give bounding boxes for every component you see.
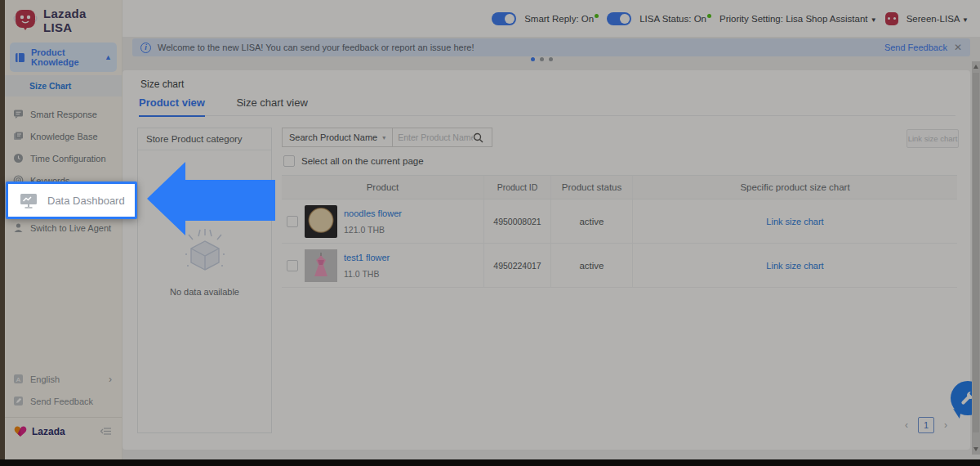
sidebar-item-knowledge-base[interactable]: Knowledge Base [5,125,122,147]
sidebar: Lazada LISA Product Knowledge ▲ Size Cha… [5,0,122,459]
chevron-up-icon: ▲ [105,53,112,61]
pencil-square-icon [13,396,24,406]
sidebar-item-switch-live-agent[interactable]: Switch to Live Agent [5,217,122,239]
status-dot [707,14,711,18]
search-icon[interactable] [473,132,483,143]
footer-item-label: Send Feedback [30,397,93,406]
window-bottom-edge [0,459,980,466]
logo-line2: LISA [43,20,87,34]
sidebar-item-label: Smart Response [30,110,97,119]
sidebar-item-time-configuration[interactable]: Time Configuration [5,147,122,169]
sidebar-item-send-feedback[interactable]: Send Feedback [5,390,122,412]
account-menu[interactable]: Sereen-LISA ▼ [906,14,969,24]
empty-state: No data available [138,226,271,297]
tab-product-view[interactable]: Product view [139,96,205,117]
status-dot [595,14,599,18]
product-id: 4950224017 [484,244,551,287]
app-logo: Lazada LISA [5,0,122,39]
pagination: ‹ 1 › [905,417,947,433]
table-row: test1 flower 11.0 THB 4950224017 active … [282,244,957,288]
link-size-chart-link[interactable]: Link size chart [766,217,823,226]
lisa-status-toggle[interactable] [607,12,631,25]
chevron-right-icon: › [109,374,112,385]
tab-bar: Product view Size chart view [139,95,956,116]
select-all-row: Select all on the current page [283,155,424,167]
lisa-robot-icon [13,7,38,33]
product-name-link[interactable]: noodles flower [344,208,402,218]
product-image [305,205,337,238]
select-all-label: Select all on the current page [301,156,424,166]
product-id: 4950008021 [484,199,551,243]
sidebar-item-label: Knowledge Base [30,132,98,141]
banner-carousel-dots[interactable] [531,57,553,61]
store-product-category-panel: Store Product category No data available [137,128,272,433]
product-image [305,249,337,282]
collapse-sidebar-icon[interactable] [100,427,112,436]
page-title: Size chart [140,78,184,90]
book-icon [15,52,25,63]
table-header-row: Product Product ID Product status Specif… [282,175,957,199]
lazada-heart-icon [13,425,28,437]
row-checkbox[interactable] [287,216,298,227]
logo-line1: Lazada [43,7,87,20]
clock-icon [13,153,24,164]
next-page-icon[interactable]: › [944,419,947,431]
banner-message: Welcome to the new LISA! You can send yo… [158,43,474,52]
link-size-chart-link[interactable]: Link size chart [766,261,823,271]
select-all-checkbox[interactable] [283,155,295,167]
row-checkbox[interactable] [287,260,298,271]
col-size-chart: Specific product size chart [633,176,957,199]
link-size-chart-button[interactable]: Link size chart [906,129,959,148]
empty-box-icon [176,226,234,276]
main-content: Size chart Product view Size chart view … [122,70,970,450]
priority-setting-dropdown[interactable]: Priority Setting: Lisa Shop Assistant ▼ [719,14,877,24]
lisa-status-label: LISA Status: On [639,14,711,24]
dashboard-monitor-icon [20,193,38,208]
tab-size-chart-view[interactable]: Size chart view [236,96,307,115]
chevron-down-icon: ▾ [382,134,385,141]
table-row: noodles flower 121.0 THB 4950008021 acti… [282,199,957,244]
scrollbar-thumb[interactable] [973,73,979,432]
caret-down-icon: ▼ [871,16,877,24]
col-product-status: Product status [551,176,633,199]
product-price: 11.0 THB [344,269,390,279]
data-dashboard-label: Data Dashboard [47,195,125,207]
prev-page-icon[interactable]: ‹ [905,419,908,431]
smart-reply-toggle[interactable] [492,12,516,25]
search-input[interactable] [398,132,473,142]
app-window: Lazada LISA Product Knowledge ▲ Size Cha… [0,0,980,466]
sidebar-item-size-chart[interactable]: Size Chart [5,75,122,96]
footer-item-label: English [30,374,60,384]
welcome-banner: i Welcome to the new LISA! You can send … [132,38,970,56]
search-input-wrap [393,128,492,147]
info-icon: i [140,43,151,53]
language-icon: A [13,374,24,384]
banner-send-feedback-link[interactable]: Send Feedback [884,43,947,52]
scroll-down-icon[interactable] [973,447,978,451]
sidebar-item-smart-response[interactable]: Smart Response [5,103,122,125]
sidebar-item-label: Time Configuration [30,154,106,164]
topbar: Smart Reply: On LISA Status: On Priority… [122,0,980,37]
close-icon[interactable]: ✕ [954,42,962,53]
sidebar-item-label: Switch to Live Agent [30,223,111,233]
scrollbar[interactable] [972,61,980,455]
product-status: active [551,244,633,287]
sidebar-item-label: Product Knowledge [31,47,99,67]
product-table: Product Product ID Product status Specif… [282,175,957,288]
search-field-dropdown[interactable]: Search Product Name ▾ [282,128,393,147]
books-stack-icon [13,131,24,141]
chat-bubble-icon [13,109,24,119]
no-data-label: No data available [138,287,271,297]
panel-header: Store Product category [138,128,271,150]
sidebar-item-english[interactable]: A English › [5,368,122,390]
smart-reply-label: Smart Reply: On [524,14,599,24]
sidebar-item-product-knowledge[interactable]: Product Knowledge ▲ [10,43,117,72]
sidebar-item-data-dashboard-highlight[interactable]: Data Dashboard [6,181,137,219]
scroll-up-icon[interactable] [973,65,978,69]
product-price: 121.0 THB [344,225,402,235]
person-icon [13,222,24,233]
page-number[interactable]: 1 [918,417,934,433]
account-avatar-icon [885,12,898,25]
product-name-link[interactable]: test1 flower [344,253,390,262]
lazada-brand-label: Lazada [32,426,65,437]
